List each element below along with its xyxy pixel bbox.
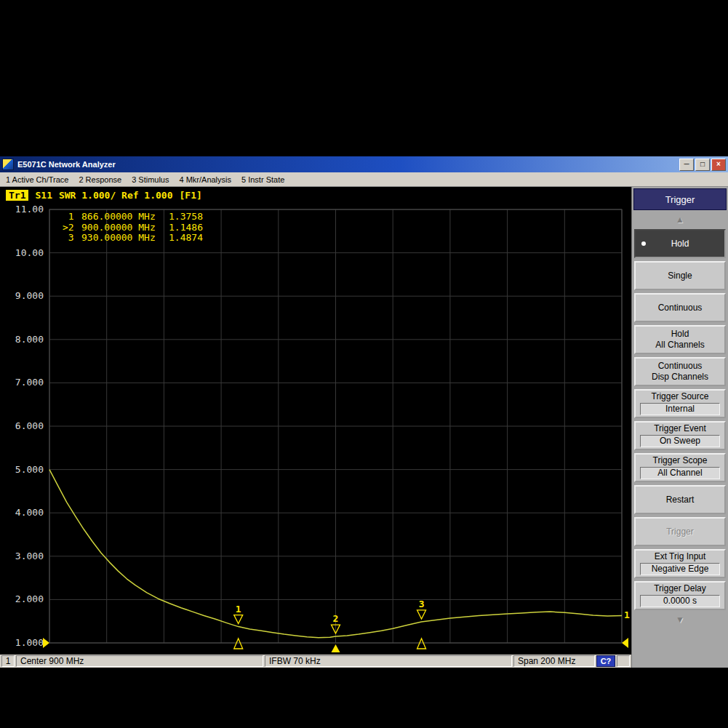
channel-number: 1 <box>1 655 15 667</box>
menu-bar: 1 Active Ch/Trace2 Response3 Stimulus4 M… <box>0 172 728 187</box>
active-softkey-dot <box>641 241 646 246</box>
softkey-label: Trigger Source <box>652 391 709 402</box>
softkey-list: HoldSingleContinuousHoldAll ChannelsCont… <box>632 228 728 612</box>
svg-text:4.000: 4.000 <box>15 507 44 518</box>
softkey-value: On Sweep <box>640 435 720 447</box>
maximize-button[interactable]: □ <box>695 159 710 171</box>
status-filler <box>617 655 630 667</box>
softkey-trigger-delay[interactable]: Trigger Delay0.0000 s <box>634 581 726 610</box>
svg-text:6.000: 6.000 <box>15 420 44 431</box>
softkey-label: Continuous <box>658 361 703 372</box>
softkey-label: Trigger Delay <box>654 583 706 594</box>
app-icon <box>2 159 14 170</box>
softkey-hold-all-channels[interactable]: HoldAll Channels <box>634 325 726 354</box>
cal-status-badge: C? <box>596 655 615 667</box>
softkey-trigger-event[interactable]: Trigger EventOn Sweep <box>634 421 726 450</box>
softkey-hold[interactable]: Hold <box>634 229 726 258</box>
title-bar[interactable]: E5071C Network Analyzer ─ □ × <box>0 156 728 172</box>
svg-text:10.00: 10.00 <box>15 247 44 258</box>
marker-table: 1866.00000 MHz1.3758>2900.00000 MHz1.148… <box>63 212 203 244</box>
softkey-continuous[interactable]: Continuous <box>634 293 726 322</box>
softkey-menu-title: Trigger <box>633 188 727 210</box>
softkey-label: Ext Trig Input <box>655 551 706 562</box>
scroll-up-button[interactable]: ▲ <box>632 212 728 228</box>
window-title: E5071C Network Analyzer <box>17 160 676 169</box>
softkey-value: 0.0000 s <box>640 595 720 607</box>
trace-header: Tr1 S11 SWR 1.000/ Ref 1.000 [F1] <box>6 190 202 201</box>
status-span: Span 200 MHz <box>513 655 595 667</box>
svg-text:5.000: 5.000 <box>15 464 44 475</box>
marker-readout-2: >2900.00000 MHz1.1486 <box>63 223 203 233</box>
softkey-sublabel: Disp Channels <box>652 372 708 383</box>
status-center-frequency: Center 900 MHz <box>16 655 263 667</box>
softkey-trigger-scope[interactable]: Trigger ScopeAll Channel <box>634 453 726 482</box>
softkey-single[interactable]: Single <box>634 261 726 290</box>
softkey-label: Trigger Event <box>654 423 706 434</box>
svg-text:9.000: 9.000 <box>15 290 44 301</box>
svg-text:3.000: 3.000 <box>15 551 44 561</box>
menu-item-mkr-analysis[interactable]: 4 Mkr/Analysis <box>175 175 236 185</box>
softkey-trigger: Trigger <box>634 517 726 546</box>
status-bar: 1 Center 900 MHz IFBW 70 kHz Span 200 MH… <box>0 655 631 668</box>
minimize-button[interactable]: ─ <box>679 159 694 171</box>
trace-label: Tr1 <box>6 190 28 201</box>
graph-svg: 11.0010.009.0008.0007.0006.0005.0004.000… <box>0 187 631 655</box>
svg-text:1.000: 1.000 <box>15 637 44 648</box>
softkey-filler <box>632 628 728 668</box>
softkey-label: Hold <box>671 329 689 340</box>
scroll-down-button[interactable]: ▼ <box>632 612 728 628</box>
trace-measurement: S11 <box>35 190 52 201</box>
trace-scale: SWR 1.000/ Ref 1.000 <box>59 190 173 201</box>
softkey-label: Single <box>668 271 692 281</box>
menu-item-response[interactable]: 2 Response <box>74 175 126 185</box>
softkey-label: Restart <box>666 495 695 505</box>
up-arrow-icon: ▲ <box>676 215 684 225</box>
svg-text:2.000: 2.000 <box>15 593 44 604</box>
softkey-trigger-source[interactable]: Trigger SourceInternal <box>634 389 726 418</box>
svg-text:3: 3 <box>419 599 425 609</box>
softkey-label: Hold <box>671 239 689 249</box>
down-arrow-icon: ▼ <box>676 615 684 625</box>
svg-text:7.000: 7.000 <box>15 377 44 388</box>
window-controls: ─ □ × <box>679 159 726 171</box>
trace-state: [F1] <box>180 190 202 201</box>
desktop-background: E5071C Network Analyzer ─ □ × 1 Active C… <box>0 0 728 728</box>
softkey-label: Trigger Scope <box>653 455 708 466</box>
softkey-continuous-disp-channels[interactable]: ContinuousDisp Channels <box>634 357 726 386</box>
marker-readout-1: 1866.00000 MHz1.3758 <box>63 212 203 223</box>
softkey-value: All Channel <box>640 467 720 479</box>
softkey-sublabel: All Channels <box>655 340 704 351</box>
svg-text:1: 1 <box>236 604 241 615</box>
softkey-panel: Trigger ▲ HoldSingleContinuousHoldAll Ch… <box>631 187 728 668</box>
menu-item-instr-state[interactable]: 5 Instr State <box>237 175 289 185</box>
softkey-value: Negative Edge <box>640 563 720 575</box>
menu-item-active-ch-trace[interactable]: 1 Active Ch/Trace <box>1 175 73 185</box>
analyzer-window: E5071C Network Analyzer ─ □ × 1 Active C… <box>0 156 728 667</box>
softkey-label: Continuous <box>658 303 703 313</box>
softkey-restart[interactable]: Restart <box>634 485 726 514</box>
close-button[interactable]: × <box>711 159 726 171</box>
window-content: 11.0010.009.0008.0007.0006.0005.0004.000… <box>0 187 728 668</box>
softkey-value: Internal <box>640 403 720 415</box>
svg-text:1: 1 <box>624 609 630 620</box>
softkey-ext-trig-input[interactable]: Ext Trig InputNegative Edge <box>634 549 726 578</box>
svg-text:8.000: 8.000 <box>15 334 44 345</box>
status-ifbw: IFBW 70 kHz <box>265 655 512 667</box>
softkey-label: Trigger <box>666 527 694 537</box>
svg-text:11.00: 11.00 <box>15 204 44 215</box>
svg-text:2: 2 <box>333 613 339 624</box>
marker-readout-3: 3930.00000 MHz1.4874 <box>63 233 203 244</box>
analyzer-screen: 11.0010.009.0008.0007.0006.0005.0004.000… <box>0 187 631 668</box>
menu-item-stimulus[interactable]: 3 Stimulus <box>127 175 173 185</box>
